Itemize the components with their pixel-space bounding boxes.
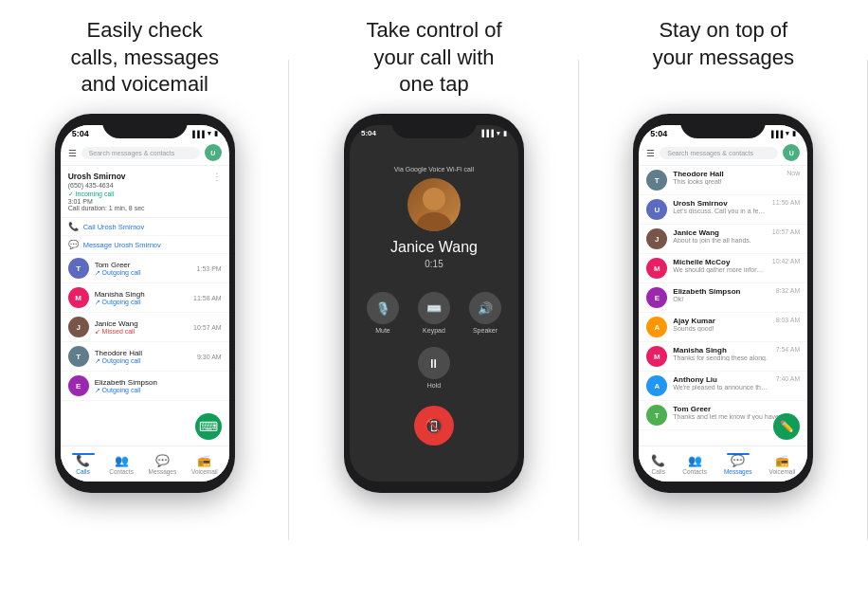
dark-status-time: 5:04 bbox=[361, 129, 376, 137]
phone-screen-1: 5:04 ▐▐▐ ▾ ▮ ☰ Search messages & contact… bbox=[61, 125, 229, 482]
bottom-nav-1: 📞 Calls 👥 Contacts 💬 Messages 📻 Voicemai… bbox=[61, 445, 229, 482]
msg-avatar-3: M bbox=[646, 258, 667, 279]
call-time-1: 11:58 AM bbox=[193, 295, 222, 301]
msg-item-5[interactable]: A Ajay Kumar Sounds good! 8:03 AM bbox=[639, 313, 807, 342]
msg-name-4: Elizabeth Simpson bbox=[673, 287, 769, 296]
contacts-nav-label: Contacts bbox=[109, 468, 134, 475]
nav-contacts-3[interactable]: 👥 Contacts bbox=[682, 454, 707, 475]
msg-item-1[interactable]: U Urosh Smirnov Let's discuss. Call you … bbox=[639, 195, 807, 225]
hold-label: Hold bbox=[427, 382, 441, 389]
msg-content-5: Ajay Kumar Sounds good! bbox=[673, 317, 769, 332]
battery-icon-3: ▮ bbox=[792, 130, 796, 137]
hamburger-icon: ☰ bbox=[68, 148, 77, 158]
msg-preview-4: Ok! bbox=[673, 296, 769, 302]
msg-item-3[interactable]: M Michelle McCoy We should gather more i… bbox=[639, 254, 807, 283]
call-time-detail: 3:01 PM bbox=[68, 198, 222, 205]
phone-frame-2: 5:04 ▐▐▐ ▾ ▮ Via Google Voice Wi-Fi call… bbox=[344, 114, 524, 493]
msg-avatar-5: A bbox=[646, 317, 667, 337]
contacts-nav-icon: 👥 bbox=[115, 454, 129, 467]
msg-preview-7: We're pleased to announce that we will..… bbox=[673, 384, 769, 391]
call-item-4[interactable]: E Elizabeth Simpson ↗ Outgoing call bbox=[61, 372, 229, 401]
keypad-label: Keypad bbox=[423, 327, 445, 334]
call-sub-3: ↗ Outgoing call bbox=[95, 357, 191, 365]
msg-time-6: 7:54 AM bbox=[776, 346, 801, 353]
phone-frame-3: 5:04 ▐▐▐ ▾ ▮ ☰ Search messages & contact… bbox=[633, 114, 813, 493]
panel-1-title: Easily checkcalls, messagesand voicemail bbox=[70, 17, 219, 100]
wifi-icon-3: ▾ bbox=[786, 130, 789, 137]
contacts-nav-label-3: Contacts bbox=[682, 468, 707, 475]
battery-icon: ▮ bbox=[214, 130, 218, 137]
msg-name-1: Urosh Smirnov bbox=[673, 199, 766, 208]
fab-keypad[interactable]: ⌨ bbox=[195, 413, 222, 440]
msg-time-0: Now bbox=[787, 170, 800, 176]
phone-notch-2 bbox=[391, 114, 477, 138]
messages-nav-label-3: Messages bbox=[724, 468, 752, 475]
mute-button[interactable]: 🎙️ Mute bbox=[367, 292, 399, 334]
nav-messages-3[interactable]: 💬 Messages bbox=[724, 453, 752, 475]
keypad-icon: ⌨️ bbox=[418, 292, 450, 324]
msg-avatar-0: T bbox=[646, 170, 667, 191]
nav-calls-3[interactable]: 📞 Calls bbox=[651, 454, 665, 475]
msg-name-0: Theodore Hall bbox=[673, 170, 781, 178]
bottom-nav-3: 📞 Calls 👥 Contacts 💬 Messages 📻 Voicemai… bbox=[639, 445, 807, 482]
phone-frame-1: 5:04 ▐▐▐ ▾ ▮ ☰ Search messages & contact… bbox=[55, 114, 235, 493]
nav-messages[interactable]: 💬 Messages bbox=[149, 454, 177, 475]
nav-calls[interactable]: 📞 Calls bbox=[72, 453, 95, 475]
call-item-0[interactable]: T Tom Greer ↗ Outgoing call 1:53 PM bbox=[61, 254, 229, 283]
phone-screen-3: 5:04 ▐▐▐ ▾ ▮ ☰ Search messages & contact… bbox=[639, 125, 807, 482]
msg-time-1: 11:56 AM bbox=[772, 199, 801, 206]
msg-item-0[interactable]: T Theodore Hall This looks great! Now bbox=[639, 166, 807, 195]
msg-content-0: Theodore Hall This looks great! bbox=[673, 170, 781, 185]
calls-nav-label: Calls bbox=[76, 468, 89, 475]
nav-voicemail[interactable]: 📻 Voicemail bbox=[191, 454, 218, 475]
fab-edit[interactable]: ✏️ bbox=[773, 413, 800, 440]
msg-avatar-6: M bbox=[646, 346, 667, 367]
msg-content-7: Anthony Liu We're pleased to announce th… bbox=[673, 375, 769, 391]
call-name-1: Manisha Singh bbox=[95, 290, 188, 299]
nav-voicemail-3[interactable]: 📻 Voicemail bbox=[769, 454, 795, 475]
call-time-3: 9:30 AM bbox=[197, 354, 222, 360]
call-controls: 🎙️ Mute ⌨️ Keypad 🔊 Speaker bbox=[367, 292, 501, 334]
msg-avatar-8: T bbox=[646, 405, 667, 426]
three-dot-icon[interactable]: ⋮ bbox=[212, 172, 222, 182]
msg-preview-0: This looks great! bbox=[673, 178, 781, 185]
dark-screen: 5:04 ▐▐▐ ▾ ▮ Via Google Voice Wi-Fi call… bbox=[350, 125, 518, 482]
calls-nav-icon-3: 📞 bbox=[651, 454, 665, 467]
status-icons-1: ▐▐▐ ▾ ▮ bbox=[190, 130, 218, 137]
search-input-3[interactable]: Search messages & contacts bbox=[660, 147, 778, 159]
msg-item-2[interactable]: J Janice Wang About to join the all hand… bbox=[639, 225, 807, 254]
call-action[interactable]: 📞 Call Urosh Smirnov bbox=[61, 218, 229, 236]
keypad-button[interactable]: ⌨️ Keypad bbox=[418, 292, 450, 334]
msg-avatar-7: A bbox=[646, 375, 667, 396]
msg-name-7: Anthony Liu bbox=[673, 375, 769, 384]
call-item-2[interactable]: J Janice Wang ↙ Missed call 10:57 AM bbox=[61, 313, 229, 342]
msg-item-6[interactable]: M Manisha Singh Thanks for sending these… bbox=[639, 342, 807, 372]
message-action[interactable]: 💬 Message Urosh Smirnov bbox=[61, 236, 229, 254]
messages-nav-icon: 💬 bbox=[155, 454, 170, 467]
panel-3-title: Stay on top ofyour messages bbox=[653, 17, 794, 100]
msg-item-7[interactable]: A Anthony Liu We're pleased to announce … bbox=[639, 372, 807, 401]
phone-screen-2: 5:04 ▐▐▐ ▾ ▮ Via Google Voice Wi-Fi call… bbox=[350, 125, 518, 482]
call-item-1[interactable]: M Manisha Singh ↗ Outgoing call 11:58 AM bbox=[61, 283, 229, 313]
search-bar-1[interactable]: ☰ Search messages & contacts U bbox=[61, 140, 229, 166]
msg-time-4: 8:32 AM bbox=[776, 287, 801, 294]
msg-item-4[interactable]: E Elizabeth Simpson Ok! 8:32 AM bbox=[639, 283, 807, 313]
msg-avatar-4: E bbox=[646, 287, 667, 308]
call-info-3: Theodore Hall ↗ Outgoing call bbox=[95, 349, 191, 365]
avatar-janice: J bbox=[68, 317, 89, 337]
search-input-1[interactable]: Search messages & contacts bbox=[81, 147, 200, 159]
msg-time-7: 7:40 AM bbox=[776, 375, 801, 382]
hold-button[interactable]: ⏸ bbox=[418, 347, 450, 379]
nav-contacts[interactable]: 👥 Contacts bbox=[109, 454, 134, 475]
voicemail-nav-label-3: Voicemail bbox=[769, 468, 795, 475]
search-bar-3[interactable]: ☰ Search messages & contacts U bbox=[639, 140, 807, 166]
call-item-3[interactable]: T Theodore Hall ↗ Outgoing call 9:30 AM bbox=[61, 342, 229, 372]
speaker-button[interactable]: 🔊 Speaker bbox=[469, 292, 501, 334]
dark-battery-icon: ▮ bbox=[503, 130, 507, 137]
svg-point-0 bbox=[423, 188, 445, 210]
end-call-button[interactable]: 📵 bbox=[414, 406, 454, 445]
msg-avatar-1: U bbox=[646, 199, 667, 220]
svg-point-1 bbox=[417, 212, 451, 231]
msg-name-3: Michelle McCoy bbox=[673, 258, 766, 266]
msg-content-1: Urosh Smirnov Let's discuss. Call you in… bbox=[673, 199, 766, 214]
